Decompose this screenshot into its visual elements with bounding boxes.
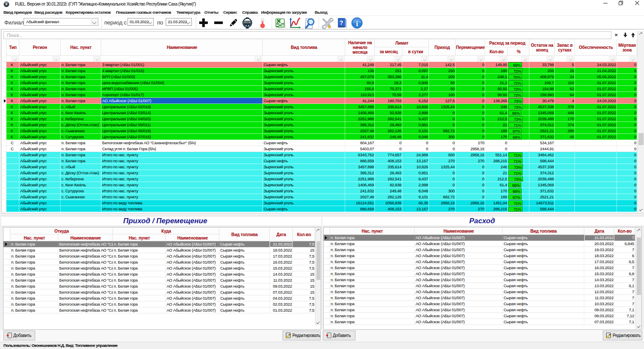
svg-text:i: i xyxy=(356,20,358,28)
svg-text:?: ? xyxy=(340,19,343,26)
